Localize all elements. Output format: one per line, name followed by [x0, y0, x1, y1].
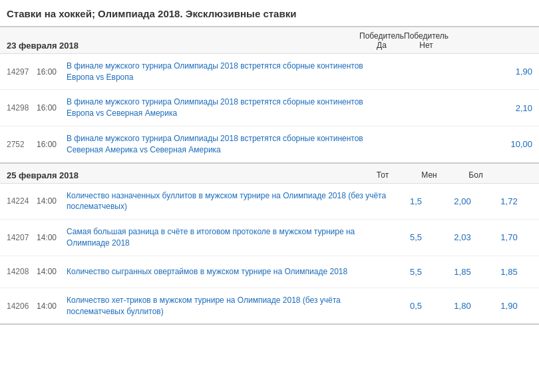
event-description[interactable]: Самая большая разница в счёте в итоговом…	[67, 226, 393, 249]
event-description-line1: Количество сыгранных овертаймов в мужско…	[67, 267, 347, 276]
event-id: 14207	[7, 233, 37, 242]
event-row: 1420614:00Количество хет-триков в мужско…	[0, 288, 539, 324]
event-id: 14298	[7, 103, 37, 112]
odd-value: 2,00	[454, 196, 470, 206]
odd-cell-winner_yes[interactable]: 10,00	[510, 139, 532, 149]
event-description-line1: Количество назначенных буллитов в мужско…	[67, 191, 386, 200]
odd-cell-winner_yes[interactable]: 1,90	[516, 67, 532, 77]
section-1: 25 февраля 2018ТотМенБол1422414:00Количе…	[0, 164, 539, 325]
odd-value: 1,72	[500, 196, 517, 206]
event-description-line2: Европа vs Европа	[67, 73, 133, 82]
odd-cell-men[interactable]: 1,85	[439, 267, 486, 277]
odd-value: 1,80	[454, 301, 470, 311]
odd-cell-bol[interactable]: 1,70	[486, 232, 532, 242]
col-header-tot: Тот	[359, 170, 406, 180]
odd-value: 1,5	[410, 196, 422, 206]
event-time: 16:00	[37, 67, 67, 77]
event-id: 14224	[7, 196, 37, 206]
odd-cell-winner_yes[interactable]: 2,10	[516, 103, 532, 113]
odd-value: 5,5	[410, 232, 422, 242]
event-row: 1422414:00Количество назначенных буллито…	[0, 184, 539, 220]
event-description-line1: В финале мужского турнира Олимпиады 2018…	[67, 61, 363, 71]
section-header-1: 25 февраля 2018ТотМенБол	[0, 164, 539, 184]
odd-value: 5,5	[410, 267, 422, 277]
odd-cell-tot[interactable]: 0,5	[393, 301, 439, 311]
col-header-winner_yes: Победитель Да	[359, 31, 404, 51]
odd-cell-men[interactable]: 1,80	[439, 301, 486, 311]
event-time: 14:00	[37, 267, 67, 276]
event-id: 14206	[7, 301, 37, 311]
odd-cell-tot[interactable]: 5,5	[393, 267, 439, 277]
odds-container: 0,51,801,90	[393, 301, 532, 311]
odd-value: 0,5	[410, 301, 422, 311]
event-description-line1: Самая большая разница в счёте в итоговом…	[67, 227, 355, 236]
odd-value: 2,10	[516, 103, 532, 113]
event-description-line2: Европа vs Северная Америка	[67, 108, 177, 118]
event-description-line1: В финале мужского турнира Олимпиады 2018…	[67, 134, 363, 143]
odd-value: 1,85	[454, 267, 470, 277]
odd-cell-bol[interactable]: 1,72	[486, 196, 532, 206]
event-row: 1420714:00Самая большая разница в счёте …	[0, 220, 539, 256]
event-description[interactable]: В финале мужского турнира Олимпиады 2018…	[67, 97, 516, 119]
odds-container: 1,90	[516, 67, 532, 77]
event-row: 1429716:00В финале мужского турнира Олим…	[0, 54, 539, 91]
odds-container: 5,52,031,70	[393, 232, 532, 242]
odd-value: 2,03	[454, 232, 470, 242]
section-header-0: 23 февраля 2018Победитель ДаПобедитель Н…	[0, 27, 539, 54]
section-0: 23 февраля 2018Победитель ДаПобедитель Н…	[0, 27, 539, 164]
event-description-line1: Количество хет-триков в мужском турнире …	[67, 295, 341, 305]
odd-value: 10,00	[510, 139, 532, 149]
event-description[interactable]: Количество хет-триков в мужском турнире …	[67, 295, 393, 317]
date-label-1: 25 февраля 2018	[7, 168, 359, 180]
event-description-line2: Олимпиаде 2018	[67, 238, 130, 248]
event-description[interactable]: В финале мужского турнира Олимпиады 2018…	[67, 133, 510, 156]
event-time: 14:00	[37, 301, 67, 311]
odd-value: 1,85	[500, 267, 517, 277]
event-time: 14:00	[37, 196, 67, 206]
odd-value: 1,90	[516, 67, 532, 77]
event-row: 275216:00В финале мужского турнира Олимп…	[0, 126, 539, 162]
date-label-0: 23 февраля 2018	[7, 38, 359, 51]
odd-cell-bol[interactable]: 1,90	[486, 301, 532, 311]
event-description-line2: послематчевых буллитов)	[67, 307, 164, 316]
event-id: 14208	[7, 267, 37, 276]
event-time: 16:00	[37, 103, 67, 112]
page-title: Ставки на хоккей; Олимпиада 2018. Эксклю…	[0, 0, 539, 27]
event-description[interactable]: В финале мужского турнира Олимпиады 2018…	[67, 61, 516, 83]
event-id: 14297	[7, 67, 37, 77]
event-description-line2: послематчевых)	[67, 202, 127, 211]
event-row: 1429816:00В финале мужского турнира Олим…	[0, 90, 539, 126]
odd-cell-bol[interactable]: 1,85	[486, 267, 532, 277]
event-time: 14:00	[37, 233, 67, 242]
odds-container: 2,10	[516, 103, 532, 113]
col-header-men: Мен	[406, 170, 452, 180]
event-row: 1420814:00Количество сыгранных овертаймо…	[0, 256, 539, 288]
odd-value: 1,70	[500, 232, 517, 242]
odds-container: 5,51,851,85	[393, 267, 532, 277]
odds-container: 10,00	[510, 139, 532, 149]
event-description-line2: Северная Америка vs Северная Америка	[67, 145, 221, 154]
event-time: 16:00	[37, 140, 67, 149]
col-header-bol: Бол	[452, 170, 499, 180]
event-description-line1: В финале мужского турнира Олимпиады 2018…	[67, 97, 363, 106]
odds-container: 1,52,001,72	[393, 196, 532, 206]
odd-cell-tot[interactable]: 5,5	[393, 232, 439, 242]
col-header-winner_no: Победитель Нет	[404, 31, 449, 51]
odd-cell-men[interactable]: 2,00	[439, 196, 486, 206]
odd-cell-men[interactable]: 2,03	[439, 232, 486, 242]
event-description[interactable]: Количество назначенных буллитов в мужско…	[67, 190, 393, 213]
event-id: 2752	[7, 140, 37, 149]
odd-cell-tot[interactable]: 1,5	[393, 196, 439, 206]
odd-value: 1,90	[500, 301, 517, 311]
event-description[interactable]: Количество сыгранных овертаймов в мужско…	[67, 266, 393, 278]
